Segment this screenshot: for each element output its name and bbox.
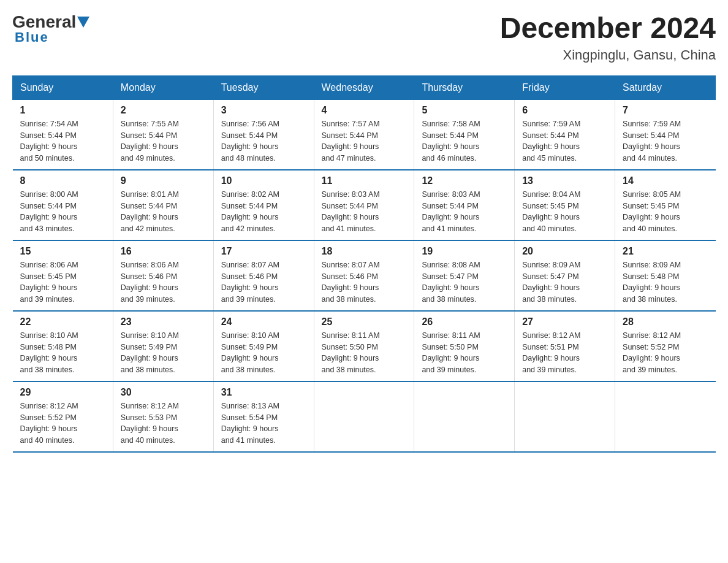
day-info: Sunrise: 8:10 AMSunset: 5:49 PMDaylight:… — [121, 330, 206, 376]
week-row-5: 29Sunrise: 8:12 AMSunset: 5:52 PMDayligh… — [13, 381, 716, 452]
week-row-3: 15Sunrise: 8:06 AMSunset: 5:45 PMDayligh… — [13, 240, 716, 311]
day-number: 20 — [522, 246, 607, 257]
day-cell: 6Sunrise: 7:59 AMSunset: 5:44 PMDaylight… — [515, 99, 615, 170]
header-monday: Monday — [113, 75, 213, 99]
day-info: Sunrise: 8:00 AMSunset: 5:44 PMDaylight:… — [20, 189, 105, 235]
day-info: Sunrise: 8:04 AMSunset: 5:45 PMDaylight:… — [522, 189, 607, 235]
day-info: Sunrise: 8:13 AMSunset: 5:54 PMDaylight:… — [221, 400, 306, 446]
day-info: Sunrise: 8:01 AMSunset: 5:44 PMDaylight:… — [121, 189, 206, 235]
day-info: Sunrise: 8:03 AMSunset: 5:44 PMDaylight:… — [422, 189, 507, 235]
day-cell: 7Sunrise: 7:59 AMSunset: 5:44 PMDaylight… — [615, 99, 716, 170]
day-cell: 17Sunrise: 8:07 AMSunset: 5:46 PMDayligh… — [213, 240, 314, 311]
day-info: Sunrise: 7:57 AMSunset: 5:44 PMDaylight:… — [322, 118, 407, 164]
day-cell — [515, 381, 615, 452]
logo: General Blue — [12, 12, 91, 45]
day-info: Sunrise: 8:11 AMSunset: 5:50 PMDaylight:… — [322, 330, 407, 376]
day-cell: 31Sunrise: 8:13 AMSunset: 5:54 PMDayligh… — [213, 381, 314, 452]
day-cell: 21Sunrise: 8:09 AMSunset: 5:48 PMDayligh… — [615, 240, 716, 311]
day-number: 14 — [623, 175, 708, 186]
page-header: General Blue December 2024 Xingpinglu, G… — [12, 12, 716, 63]
day-number: 15 — [20, 246, 105, 257]
week-row-2: 8Sunrise: 8:00 AMSunset: 5:44 PMDaylight… — [13, 170, 716, 240]
day-cell — [615, 381, 716, 452]
day-cell: 18Sunrise: 8:07 AMSunset: 5:46 PMDayligh… — [314, 240, 414, 311]
day-number: 3 — [221, 105, 306, 116]
day-cell — [414, 381, 515, 452]
day-cell: 14Sunrise: 8:05 AMSunset: 5:45 PMDayligh… — [615, 170, 716, 240]
header-saturday: Saturday — [615, 75, 716, 99]
header-friday: Friday — [515, 75, 615, 99]
day-number: 29 — [20, 387, 105, 398]
day-number: 31 — [221, 387, 306, 398]
day-number: 10 — [221, 175, 306, 186]
day-number: 28 — [623, 316, 708, 327]
day-cell: 15Sunrise: 8:06 AMSunset: 5:45 PMDayligh… — [13, 240, 113, 311]
day-number: 23 — [121, 316, 206, 327]
day-number: 1 — [20, 105, 105, 116]
calendar-body: 1Sunrise: 7:54 AMSunset: 5:44 PMDaylight… — [13, 99, 716, 452]
header-thursday: Thursday — [414, 75, 515, 99]
day-cell: 2Sunrise: 7:55 AMSunset: 5:44 PMDaylight… — [113, 99, 213, 170]
day-info: Sunrise: 7:59 AMSunset: 5:44 PMDaylight:… — [623, 118, 708, 164]
day-number: 16 — [121, 246, 206, 257]
day-cell: 10Sunrise: 8:02 AMSunset: 5:44 PMDayligh… — [213, 170, 314, 240]
day-cell: 11Sunrise: 8:03 AMSunset: 5:44 PMDayligh… — [314, 170, 414, 240]
location-title: Xingpinglu, Gansu, China — [500, 47, 716, 63]
day-info: Sunrise: 8:12 AMSunset: 5:51 PMDaylight:… — [522, 330, 607, 376]
day-info: Sunrise: 8:12 AMSunset: 5:52 PMDaylight:… — [20, 400, 105, 446]
day-number: 12 — [422, 175, 507, 186]
day-info: Sunrise: 8:10 AMSunset: 5:48 PMDaylight:… — [20, 330, 105, 376]
day-cell: 16Sunrise: 8:06 AMSunset: 5:46 PMDayligh… — [113, 240, 213, 311]
day-cell: 25Sunrise: 8:11 AMSunset: 5:50 PMDayligh… — [314, 311, 414, 381]
day-number: 4 — [322, 105, 407, 116]
day-number: 21 — [623, 246, 708, 257]
day-number: 13 — [522, 175, 607, 186]
day-info: Sunrise: 7:59 AMSunset: 5:44 PMDaylight:… — [522, 118, 607, 164]
day-cell: 19Sunrise: 8:08 AMSunset: 5:47 PMDayligh… — [414, 240, 515, 311]
day-cell: 20Sunrise: 8:09 AMSunset: 5:47 PMDayligh… — [515, 240, 615, 311]
month-title: December 2024 — [500, 12, 716, 45]
header-tuesday: Tuesday — [213, 75, 314, 99]
day-cell: 3Sunrise: 7:56 AMSunset: 5:44 PMDaylight… — [213, 99, 314, 170]
day-info: Sunrise: 8:12 AMSunset: 5:52 PMDaylight:… — [623, 330, 708, 376]
day-number: 5 — [422, 105, 507, 116]
day-info: Sunrise: 8:05 AMSunset: 5:45 PMDaylight:… — [623, 189, 708, 235]
day-number: 30 — [121, 387, 206, 398]
day-number: 6 — [522, 105, 607, 116]
day-cell — [314, 381, 414, 452]
day-cell: 23Sunrise: 8:10 AMSunset: 5:49 PMDayligh… — [113, 311, 213, 381]
day-cell: 28Sunrise: 8:12 AMSunset: 5:52 PMDayligh… — [615, 311, 716, 381]
day-cell: 4Sunrise: 7:57 AMSunset: 5:44 PMDaylight… — [314, 99, 414, 170]
day-info: Sunrise: 7:56 AMSunset: 5:44 PMDaylight:… — [221, 118, 306, 164]
day-number: 19 — [422, 246, 507, 257]
week-row-4: 22Sunrise: 8:10 AMSunset: 5:48 PMDayligh… — [13, 311, 716, 381]
day-info: Sunrise: 8:07 AMSunset: 5:46 PMDaylight:… — [221, 259, 306, 305]
logo-blue-text: Blue — [15, 29, 49, 45]
day-info: Sunrise: 8:02 AMSunset: 5:44 PMDaylight:… — [221, 189, 306, 235]
day-cell: 5Sunrise: 7:58 AMSunset: 5:44 PMDaylight… — [414, 99, 515, 170]
day-number: 25 — [322, 316, 407, 327]
day-cell: 27Sunrise: 8:12 AMSunset: 5:51 PMDayligh… — [515, 311, 615, 381]
day-number: 9 — [121, 175, 206, 186]
day-number: 7 — [623, 105, 708, 116]
day-info: Sunrise: 7:55 AMSunset: 5:44 PMDaylight:… — [121, 118, 206, 164]
day-info: Sunrise: 8:09 AMSunset: 5:48 PMDaylight:… — [623, 259, 708, 305]
header-wednesday: Wednesday — [314, 75, 414, 99]
day-number: 26 — [422, 316, 507, 327]
day-cell: 29Sunrise: 8:12 AMSunset: 5:52 PMDayligh… — [13, 381, 113, 452]
logo-triangle-icon — [77, 17, 89, 28]
day-cell: 30Sunrise: 8:12 AMSunset: 5:53 PMDayligh… — [113, 381, 213, 452]
header-sunday: Sunday — [13, 75, 113, 99]
day-info: Sunrise: 8:08 AMSunset: 5:47 PMDaylight:… — [422, 259, 507, 305]
day-info: Sunrise: 8:09 AMSunset: 5:47 PMDaylight:… — [522, 259, 607, 305]
day-cell: 8Sunrise: 8:00 AMSunset: 5:44 PMDaylight… — [13, 170, 113, 240]
day-number: 2 — [121, 105, 206, 116]
day-cell: 12Sunrise: 8:03 AMSunset: 5:44 PMDayligh… — [414, 170, 515, 240]
day-cell: 13Sunrise: 8:04 AMSunset: 5:45 PMDayligh… — [515, 170, 615, 240]
day-info: Sunrise: 8:06 AMSunset: 5:46 PMDaylight:… — [121, 259, 206, 305]
week-row-1: 1Sunrise: 7:54 AMSunset: 5:44 PMDaylight… — [13, 99, 716, 170]
day-info: Sunrise: 8:12 AMSunset: 5:53 PMDaylight:… — [121, 400, 206, 446]
day-cell: 22Sunrise: 8:10 AMSunset: 5:48 PMDayligh… — [13, 311, 113, 381]
day-info: Sunrise: 7:58 AMSunset: 5:44 PMDaylight:… — [422, 118, 507, 164]
day-cell: 1Sunrise: 7:54 AMSunset: 5:44 PMDaylight… — [13, 99, 113, 170]
